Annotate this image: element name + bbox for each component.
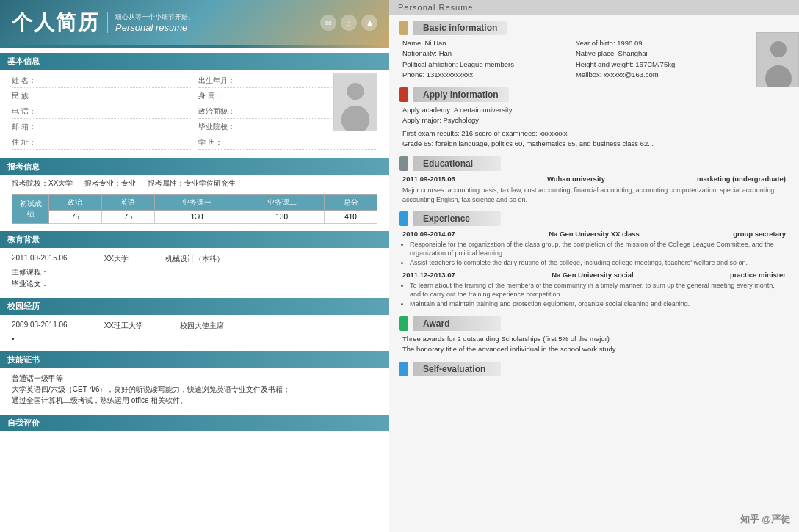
r-experience-header: Experience (400, 211, 789, 226)
r-basic-info-header: Basic information (400, 21, 789, 35)
left-en-title: Personal resume (115, 22, 195, 33)
apply-info-dot (400, 87, 408, 102)
basic-info-row: 住 址： (12, 136, 191, 150)
user-icon[interactable]: ♟ (361, 15, 377, 31)
basic-info-row: 姓 名： (12, 74, 191, 88)
r-award-header: Award (400, 316, 789, 331)
svg-point-4 (770, 41, 787, 57)
basic-info-dot (400, 21, 408, 35)
r-award-section: Award Three awards for 2 outstanding Sch… (400, 316, 789, 355)
watermark: 知乎 @严徒 (740, 513, 790, 526)
basic-info-grid: 姓 名： 出生年月： 民 族： 身 高： 电 话： 政治面貌： 邮 箱： 毕业院… (0, 70, 389, 154)
r-educational-section: Educational 2011.09-2015.06 Wuhan univer… (400, 156, 789, 204)
educational-title: Educational (413, 156, 501, 171)
basic-info-section-header: 基本信息 (0, 53, 389, 70)
r-basic-info-section: Basic information Name: Ni Han Nationali… (400, 21, 789, 80)
left-header-icons: ✉ ⌂ ♟ (320, 15, 377, 31)
skills-content: 普通话一级甲等 大学英语四/六级（CET-4/6），良好的听说读写能力，快速浏览… (0, 368, 389, 410)
apply-info-section-header: 报考信息 (0, 158, 389, 175)
self-eval-title: Self-evaluation (413, 362, 501, 376)
left-header: 个人简历 细心从等一个小细节开始。 Personal resume ✉ ⌂ ♟ (0, 0, 389, 45)
accent-bar (0, 45, 389, 48)
photo-left (333, 73, 377, 131)
r-self-eval-section: Self-evaluation (400, 362, 789, 376)
award-body: Three awards for 2 outstanding Scholarsh… (400, 334, 789, 355)
r-apply-info-header: Apply information (400, 87, 789, 102)
apply-table: 初试成绩 政治 英语 业务课一 业务课二 总分 75 75 130 130 41… (12, 194, 377, 224)
right-top-bar: Personal Resume (389, 0, 799, 15)
educational-body: 2011.09-2015.06 Wuhan university marketi… (400, 174, 789, 204)
education-section-header: 教育背景 (0, 231, 389, 248)
r-apply-info-section: Apply information Apply academy: A certa… (400, 87, 789, 149)
basic-info-row: 学 历： (198, 136, 377, 150)
apply-top-row: 报考院校：XX大学 报考专业：专业 报考属性：专业学位研究生 (0, 175, 389, 190)
edu-entry: 2011.09-2015.06 XX大学 机械设计（本科） (12, 252, 377, 266)
experience-body: 2010.09-2014.07 Na Gen University XX cla… (400, 229, 789, 308)
email-icon[interactable]: ✉ (320, 15, 336, 31)
award-dot (400, 316, 408, 331)
left-subtitle-block: 细心从等一个小细节开始。 Personal resume (107, 12, 195, 33)
r-educational-header: Educational (400, 156, 789, 171)
r-self-eval-header: Self-evaluation (400, 362, 789, 376)
left-title: 个人简历 (12, 9, 100, 37)
campus-content: 2009.03-2011.06 XX理工大学 校园大使主席 • (0, 315, 389, 347)
experience-dot (400, 211, 408, 226)
skills-section-header: 技能证书 (0, 351, 389, 368)
basic-info-title: Basic information (413, 21, 507, 35)
left-panel: 个人简历 细心从等一个小细节开始。 Personal resume ✉ ⌂ ♟ … (0, 0, 389, 532)
basic-info-row: 民 族： (12, 90, 191, 103)
education-content: 2011.09-2015.06 XX大学 机械设计（本科） 主修课程： 毕业论文… (0, 248, 389, 294)
award-title: Award (413, 316, 501, 331)
basic-info-row: 电 话： (12, 105, 191, 119)
right-panel: Personal Resume Basic information Name: … (389, 0, 799, 532)
photo-right (756, 32, 799, 87)
left-slogan: 细心从等一个小细节开始。 (115, 12, 195, 22)
self-eval-dot (400, 362, 408, 376)
self-eval-section-header: 自我评价 (0, 415, 389, 431)
educational-dot (400, 156, 408, 171)
home-icon[interactable]: ⌂ (341, 15, 357, 31)
svg-point-1 (347, 83, 364, 100)
basic-info-row: 邮 箱： (12, 120, 191, 134)
apply-info-body: Apply academy: A certain university Appl… (400, 105, 789, 149)
apply-info-title: Apply information (413, 87, 509, 102)
experience-title: Experience (413, 211, 501, 226)
campus-section-header: 校园经历 (0, 298, 389, 315)
r-experience-section: Experience 2010.09-2014.07 Na Gen Univer… (400, 211, 789, 308)
right-content: Basic information Name: Ni Han Nationali… (389, 15, 799, 529)
basic-info-body: Name: Ni Han Nationality: Han Political … (400, 38, 789, 80)
campus-entry: 2009.03-2011.06 XX理工大学 校园大使主席 (12, 319, 377, 332)
